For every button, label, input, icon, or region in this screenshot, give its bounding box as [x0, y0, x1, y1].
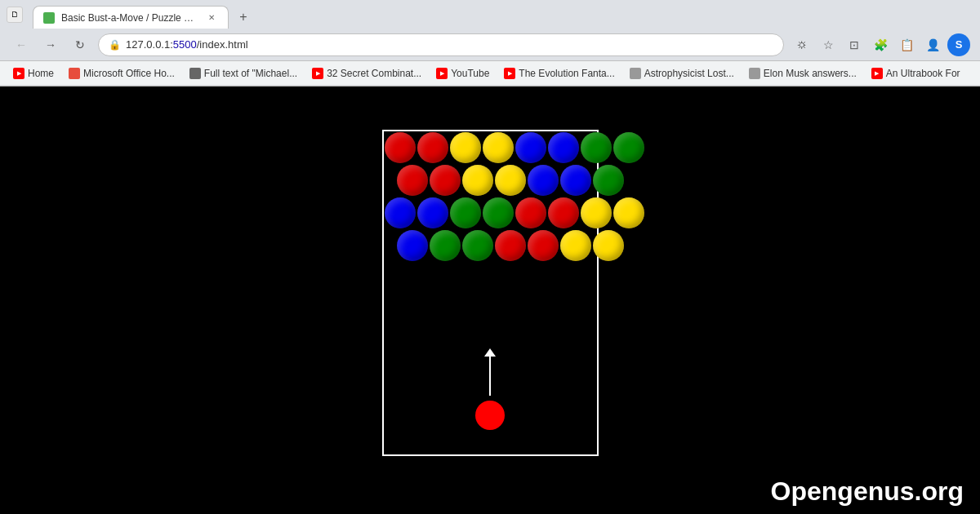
bubble-0-3	[483, 132, 514, 163]
nav-icons: ⛭ ☆ ⊡ 🧩 📋 👤 S	[791, 33, 970, 56]
profile-button[interactable]: 👤	[921, 33, 944, 56]
split-button[interactable]: ⊡	[843, 33, 866, 56]
bubble-3-0	[397, 230, 428, 261]
bubble-3-5	[560, 230, 591, 261]
bubble-0-5	[548, 132, 579, 163]
bookmark-office-favicon	[69, 68, 80, 79]
bubble-2-3	[483, 197, 514, 228]
bubble-row-0	[384, 131, 597, 164]
bubble-row-2	[384, 197, 597, 229]
address-host: 127.0.0.1:	[126, 38, 173, 51]
collection-button[interactable]: 📋	[895, 33, 918, 56]
bubble-row-1	[396, 164, 597, 197]
bookmark-elon[interactable]: Elon Musk answers...	[742, 64, 863, 82]
watermark: Opengenus.org	[771, 476, 964, 507]
window-controls: 🗋	[7, 7, 23, 23]
bubble-2-4	[515, 197, 546, 228]
address-bar[interactable]: 🔒 127.0.0.1:5500/index.html	[98, 33, 784, 56]
bookmark-youtube-favicon	[436, 68, 448, 79]
bubble-1-1	[430, 165, 461, 196]
shooter	[475, 355, 505, 430]
refresh-button[interactable]: ↻	[69, 33, 91, 56]
bookmark-secret-favicon	[312, 68, 323, 79]
shooter-bubble	[475, 401, 505, 430]
game-container	[382, 130, 599, 456]
page-icon: 🗋	[7, 7, 23, 23]
bubble-1-4	[528, 165, 559, 196]
bookmark-evolution-label: The Evolution Fanta...	[519, 68, 614, 79]
nav-bar: ← → ↻ 🔒 127.0.0.1:5500/index.html ⛭ ☆ ⊡ …	[0, 29, 980, 61]
bookmark-button[interactable]: ☆	[817, 33, 840, 56]
bookmark-youtube[interactable]: YouTube	[430, 64, 496, 82]
page-content: Opengenus.org	[0, 86, 980, 514]
bubble-1-3	[495, 165, 526, 196]
title-bar: 🗋 Basic Bust-a-Move / Puzzle Bobb ✕ +	[0, 0, 980, 29]
tab-close-button[interactable]: ✕	[205, 11, 218, 24]
bubble-1-0	[397, 165, 428, 196]
bubble-2-1	[417, 197, 448, 228]
bookmark-office[interactable]: Microsoft Office Ho...	[62, 64, 181, 82]
bubble-1-5	[560, 165, 591, 196]
bubble-0-2	[450, 132, 481, 163]
bookmark-elon-label: Elon Musk answers...	[764, 68, 857, 79]
bubble-0-6	[581, 132, 612, 163]
address-port: 5500	[173, 38, 197, 51]
bubble-1-6	[593, 165, 624, 196]
bubble-2-0	[385, 197, 416, 228]
bubble-3-1	[430, 230, 461, 261]
bookmark-michael[interactable]: Full text of "Michael...	[183, 64, 304, 82]
bubble-0-7	[613, 132, 644, 163]
address-path: /index.html	[197, 38, 248, 51]
bookmark-secret-label: 32 Secret Combinat...	[327, 68, 421, 79]
bookmark-youtube-label: YouTube	[451, 68, 489, 79]
bubble-grid	[384, 131, 597, 262]
shooter-arrow	[489, 355, 491, 396]
bookmark-home-label: Home	[28, 68, 54, 79]
bubble-1-2	[462, 165, 493, 196]
browser-chrome: 🗋 Basic Bust-a-Move / Puzzle Bobb ✕ + ← …	[0, 0, 980, 86]
bookmark-office-label: Microsoft Office Ho...	[83, 68, 175, 79]
bookmark-home-favicon	[13, 68, 24, 79]
bookmark-secret[interactable]: 32 Secret Combinat...	[305, 64, 428, 82]
bubble-row-3	[396, 229, 597, 262]
back-button[interactable]: ←	[10, 33, 33, 56]
bubble-0-0	[385, 132, 416, 163]
lock-icon: 🔒	[109, 39, 121, 51]
bookmark-ultrabook-favicon	[871, 68, 883, 79]
bubble-0-4	[515, 132, 546, 163]
bookmark-ultrabook[interactable]: An Ultrabook For	[865, 64, 967, 82]
bookmark-michael-label: Full text of "Michael...	[204, 68, 297, 79]
active-tab[interactable]: Basic Bust-a-Move / Puzzle Bobb ✕	[33, 6, 229, 29]
bubble-2-2	[450, 197, 481, 228]
bubble-0-1	[417, 132, 448, 163]
bookmark-evolution[interactable]: The Evolution Fanta...	[497, 64, 621, 82]
address-text: 127.0.0.1:5500/index.html	[126, 38, 773, 51]
bookmark-evolution-favicon	[504, 68, 515, 79]
bubble-2-5	[548, 197, 579, 228]
bookmark-astrophysicist[interactable]: Astrophysicist Lost...	[623, 64, 741, 82]
tab-favicon	[43, 12, 55, 24]
profile-avatar[interactable]: S	[947, 33, 970, 56]
bookmark-astrophysicist-label: Astrophysicist Lost...	[644, 68, 734, 79]
bubble-3-2	[462, 230, 493, 261]
bubble-2-7	[613, 197, 644, 228]
bubble-2-6	[581, 197, 612, 228]
bubble-3-6	[593, 230, 624, 261]
new-tab-button[interactable]: +	[232, 6, 255, 29]
bookmark-michael-favicon	[189, 68, 201, 79]
forward-button[interactable]: →	[39, 33, 62, 56]
extensions-button[interactable]: 🧩	[869, 33, 892, 56]
tab-title: Basic Bust-a-Move / Puzzle Bobb	[61, 12, 198, 24]
bookmark-elon-favicon	[749, 68, 760, 79]
bookmark-home[interactable]: Home	[7, 64, 60, 82]
bubble-3-4	[528, 230, 559, 261]
bookmarks-bar: Home Microsoft Office Ho... Full text of…	[0, 61, 980, 86]
bookmark-astrophysicist-favicon	[630, 68, 641, 79]
bookmark-ultrabook-label: An Ultrabook For	[886, 68, 960, 79]
translate-button[interactable]: ⛭	[791, 33, 813, 56]
bubble-3-3	[495, 230, 526, 261]
tab-bar: Basic Bust-a-Move / Puzzle Bobb ✕ +	[33, 0, 973, 29]
